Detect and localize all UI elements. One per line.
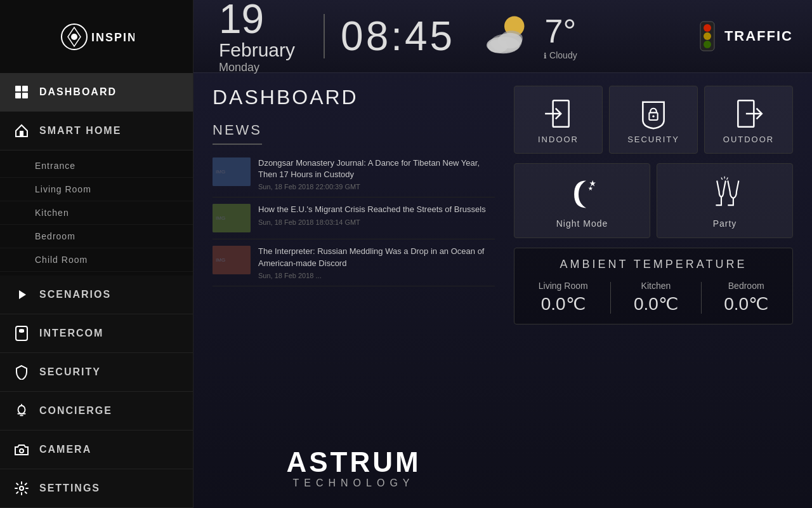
nav-label-security: SECURITY: [39, 366, 101, 378]
nav-item-smart-home[interactable]: SMART HOME: [0, 112, 193, 150]
nav-label-dashboard: DASHBOARD: [39, 86, 117, 98]
date-block: 19 February Monday: [213, 0, 295, 74]
svg-point-1: [71, 34, 77, 40]
nav-item-intercom[interactable]: INTERCOM: [0, 314, 193, 353]
shortcut-security-label: SECURITY: [627, 135, 679, 144]
content-area: DASHBOARD NEWS IMG Dzongsar Monastery Jo…: [193, 73, 812, 508]
shortcuts-grid: INDOOR SECURITY: [514, 86, 793, 154]
camera-icon: [13, 441, 30, 458]
news-content-2: How the E.U.'s Migrant Crisis Reached th…: [258, 204, 495, 232]
svg-text:IMG: IMG: [216, 257, 225, 263]
traffic-block[interactable]: TRAFFIC: [698, 20, 793, 52]
brand-subtitle: TECHNOLOGY: [286, 478, 421, 489]
brand-name: ASTRUM: [286, 448, 421, 476]
svg-rect-4: [22, 86, 28, 91]
scenario-night-mode-label: Night Mode: [556, 218, 608, 229]
nav-item-camera[interactable]: CAMERA: [0, 431, 193, 469]
temperature-value: 7°: [545, 12, 577, 50]
svg-rect-5: [15, 93, 21, 98]
svg-point-8: [18, 406, 25, 414]
svg-marker-33: [589, 180, 596, 187]
phone-icon: [13, 324, 30, 342]
temp-val-bedroom: 0.0℃: [724, 293, 768, 314]
sub-item-bedroom[interactable]: Bedroom: [0, 225, 193, 248]
temperature-block: 7° ℹ Cloudy: [544, 12, 577, 60]
logo-area: INSPINIA: [0, 0, 193, 73]
scenario-night-mode[interactable]: Night Mode: [514, 163, 650, 238]
weather-icon: [480, 14, 537, 58]
grid-icon: [13, 83, 30, 101]
news-item-1[interactable]: IMG Dzongsar Monastery Journal: A Dance …: [213, 151, 495, 197]
svg-line-37: [726, 177, 728, 179]
nav-item-settings[interactable]: SETTINGS: [0, 469, 193, 508]
svg-line-35: [721, 177, 723, 179]
weather-block: 7° ℹ Cloudy: [480, 12, 577, 60]
temp-room-bedroom: Bedroom: [728, 281, 764, 291]
nav-item-concierge[interactable]: CONCIERGE: [0, 392, 193, 431]
day-number: 19: [219, 0, 264, 39]
left-panel: DASHBOARD NEWS IMG Dzongsar Monastery Jo…: [213, 86, 495, 495]
moon-icon: [563, 175, 601, 213]
news-item-2[interactable]: IMG How the E.U.'s Migrant Crisis Reache…: [213, 197, 495, 239]
nav-label-concierge: CONCIERGE: [39, 405, 112, 417]
news-thumb-1: IMG: [213, 157, 251, 186]
sub-item-entrance[interactable]: Entrance: [0, 154, 193, 178]
ambient-title: AMBIENT TEMPERATURE: [527, 258, 780, 271]
temp-val-kitchen: 0.0℃: [634, 293, 678, 314]
svg-point-20: [704, 41, 711, 48]
right-panel: INDOOR SECURITY: [514, 86, 793, 495]
svg-text:INSPINIA: INSPINIA: [91, 31, 134, 44]
nav-label-camera: CAMERA: [39, 444, 91, 455]
play-icon: [13, 286, 30, 304]
shortcut-indoor[interactable]: INDOOR: [514, 86, 603, 154]
shortcut-security[interactable]: SECURITY: [609, 86, 698, 154]
temperature-readings: Living Room 0.0℃ Kitchen 0.0℃ Bedroom 0.…: [527, 281, 780, 314]
temp-kitchen: Kitchen 0.0℃: [634, 281, 678, 314]
scenarios-grid: Night Mode: [514, 163, 793, 238]
svg-point-19: [704, 32, 711, 40]
svg-marker-34: [588, 186, 593, 190]
svg-point-18: [704, 24, 711, 32]
news-content-3: The Interpreter: Russian Meddling Was a …: [258, 246, 495, 279]
news-date-2: Sun, 18 Feb 2018 18:03:14 GMT: [258, 218, 495, 226]
svg-text:IMG: IMG: [216, 215, 225, 221]
traffic-label: TRAFFIC: [724, 28, 793, 44]
temp-room-living: Living Room: [539, 281, 588, 291]
party-icon: [706, 175, 744, 213]
traffic-light-icon: [698, 20, 717, 52]
svg-point-10: [20, 486, 23, 490]
sub-item-living-room[interactable]: Living Room: [0, 178, 193, 201]
month-day-block: February Monday: [219, 39, 295, 74]
month-name: February: [219, 39, 295, 61]
sidebar: INSPINIA DASHBOARD SMART HOME Entrance L…: [0, 0, 193, 508]
time-display: 08:45: [341, 13, 455, 60]
svg-point-16: [488, 39, 508, 53]
ambient-temperature-section: AMBIENT TEMPERATURE Living Room 0.0℃ Kit…: [514, 248, 793, 324]
lock-shield-icon: [638, 98, 669, 130]
smart-home-subitems: Entrance Living Room Kitchen Bedroom Chi…: [0, 150, 193, 276]
page-title-wrap: DASHBOARD: [213, 86, 495, 112]
shortcut-outdoor[interactable]: OUTDOOR: [704, 86, 793, 154]
page-title: DASHBOARD: [213, 86, 495, 109]
svg-rect-7: [16, 326, 27, 340]
nav-label-intercom: INTERCOM: [39, 328, 103, 339]
nav-label-scenarios: SCENARIOS: [39, 289, 111, 300]
main-content: 19 February Monday 08:45: [193, 0, 812, 508]
date-time-block: 19 February Monday 08:45: [213, 0, 455, 74]
sub-item-child-room[interactable]: Child Room: [0, 248, 193, 272]
svg-rect-3: [15, 86, 21, 91]
temp-divider-1: [610, 282, 611, 314]
sub-item-kitchen[interactable]: Kitchen: [0, 201, 193, 225]
svg-point-9: [20, 449, 23, 453]
news-date-1: Sun, 18 Feb 2018 22:00:39 GMT: [258, 183, 495, 190]
news-date-3: Sun, 18 Feb 2018 ...: [258, 272, 495, 279]
scenario-party-label: Party: [713, 218, 737, 229]
home-icon: [13, 122, 30, 140]
temp-divider-2: [701, 282, 702, 314]
nav-item-dashboard[interactable]: DASHBOARD: [0, 73, 193, 112]
scenario-party[interactable]: Party: [657, 163, 793, 238]
nav-item-security[interactable]: SECURITY: [0, 353, 193, 392]
news-thumb-2: IMG: [213, 204, 251, 232]
news-item-3[interactable]: IMG The Interpreter: Russian Meddling Wa…: [213, 239, 495, 286]
nav-item-scenarios[interactable]: SCENARIOS: [0, 276, 193, 314]
